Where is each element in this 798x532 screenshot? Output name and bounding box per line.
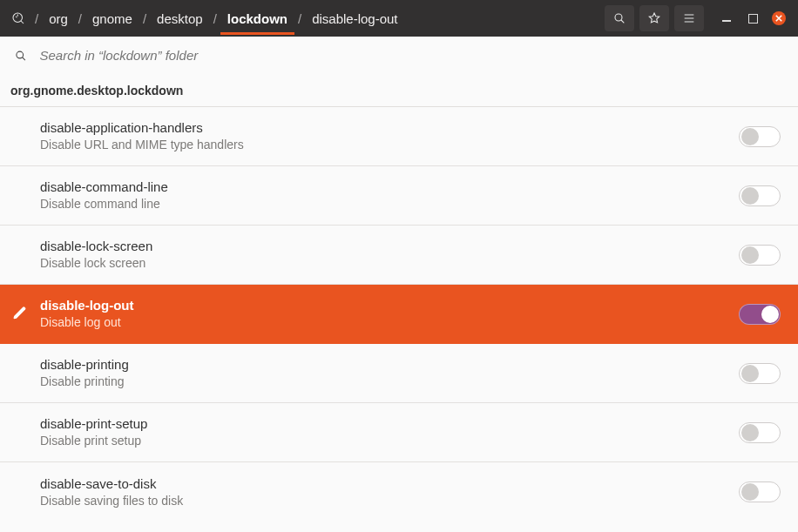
keys-list: disable-application-handlers Disable URL…	[0, 107, 798, 522]
toggle-switch[interactable]	[739, 304, 781, 325]
crumb-separator: /	[75, 3, 85, 35]
crumb-lockdown[interactable]: lockdown	[220, 3, 294, 35]
key-summary: Disable lock screen	[40, 255, 739, 273]
toggle-switch[interactable]	[739, 422, 781, 443]
search-row	[0, 37, 798, 75]
crumb-disable-log-out[interactable]: disable-log-out	[305, 3, 404, 35]
toggle-switch[interactable]	[739, 481, 781, 502]
crumb-separator: /	[210, 3, 220, 35]
key-summary: Disable printing	[40, 374, 739, 391]
search-icon	[14, 49, 27, 63]
toggle-switch[interactable]	[739, 363, 781, 384]
key-name: disable-log-out	[40, 296, 739, 314]
star-icon	[647, 11, 661, 25]
crumb-separator: /	[31, 3, 42, 35]
key-summary: Disable saving files to disk	[40, 493, 739, 510]
key-summary: Disable print setup	[40, 433, 739, 450]
window-close-button[interactable]	[772, 11, 786, 25]
search-button[interactable]	[605, 5, 634, 31]
svg-point-1	[615, 14, 622, 21]
window-controls	[716, 11, 791, 25]
window-minimize-button[interactable]	[720, 11, 734, 25]
key-row-disable-lock-screen[interactable]: disable-lock-screen Disable lock screen	[0, 226, 798, 285]
toggle-switch[interactable]	[739, 245, 781, 266]
toggle-switch[interactable]	[739, 126, 781, 147]
app-icon	[7, 10, 30, 26]
search-input[interactable]	[39, 48, 784, 63]
svg-point-2	[17, 51, 24, 58]
key-row-disable-printing[interactable]: disable-printing Disable printing	[0, 344, 798, 403]
key-row-disable-print-setup[interactable]: disable-print-setup Disable print setup	[0, 403, 798, 462]
bookmark-button[interactable]	[639, 5, 669, 31]
key-row-disable-application-handlers[interactable]: disable-application-handlers Disable URL…	[0, 107, 798, 166]
crumb-desktop[interactable]: desktop	[150, 3, 210, 35]
key-summary: Disable log out	[40, 314, 739, 332]
key-row-disable-command-line[interactable]: disable-command-line Disable command lin…	[0, 166, 798, 226]
key-summary: Disable URL and MIME type handlers	[40, 137, 739, 154]
key-name: disable-lock-screen	[40, 237, 739, 255]
hamburger-menu-button[interactable]	[674, 5, 704, 31]
key-row-disable-log-out[interactable]: disable-log-out Disable log out	[0, 285, 798, 344]
breadcrumb: / org / gnome / desktop / lockdown / dis…	[31, 3, 405, 35]
key-row-disable-save-to-disk[interactable]: disable-save-to-disk Disable saving file…	[0, 462, 798, 522]
schema-path: org.gnome.desktop.lockdown	[0, 75, 798, 107]
crumb-separator: /	[294, 3, 305, 35]
crumb-gnome[interactable]: gnome	[85, 3, 139, 35]
crumb-separator: /	[139, 3, 150, 35]
crumb-org[interactable]: org	[42, 3, 75, 35]
edit-icon	[12, 305, 28, 323]
key-name: disable-printing	[40, 355, 739, 374]
window-maximize-button[interactable]	[746, 11, 760, 25]
headerbar: / org / gnome / desktop / lockdown / dis…	[0, 0, 798, 37]
toggle-switch[interactable]	[739, 185, 781, 206]
key-name: disable-application-handlers	[40, 118, 739, 137]
key-name: disable-print-setup	[40, 414, 739, 433]
key-name: disable-save-to-disk	[40, 475, 739, 493]
key-name: disable-command-line	[40, 178, 739, 196]
search-icon	[612, 11, 626, 25]
key-summary: Disable command line	[40, 196, 739, 213]
hamburger-icon	[682, 11, 696, 25]
